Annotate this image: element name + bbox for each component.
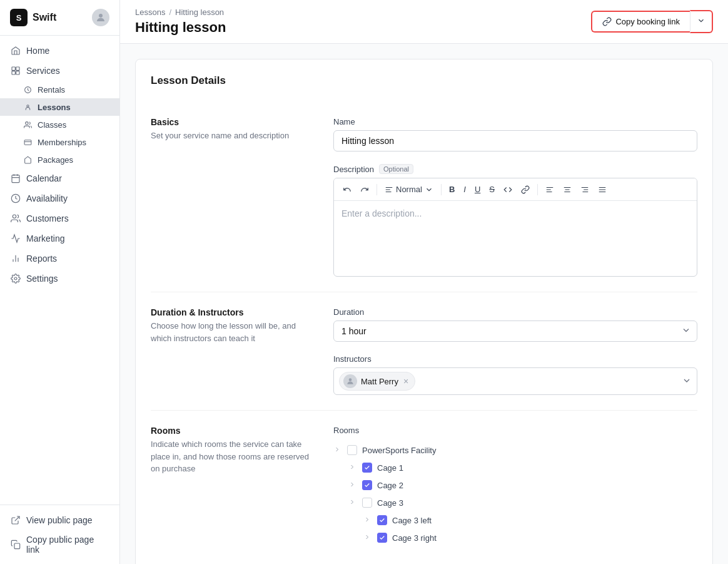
italic-button[interactable]: I (460, 182, 470, 197)
svg-rect-2 (16, 67, 19, 70)
sidebar-item-settings[interactable]: Settings (0, 269, 119, 289)
instructor-name: Matt Perry (361, 377, 398, 386)
svg-rect-4 (16, 71, 19, 74)
customers-icon (10, 213, 21, 224)
toolbar-sep-1 (377, 184, 377, 195)
sidebar-item-home-label: Home (26, 46, 49, 56)
sidebar-item-services[interactable]: Services (0, 61, 119, 81)
strikethrough-button[interactable]: S (485, 182, 498, 197)
room-cage3left-checkbox[interactable] (377, 515, 387, 525)
sidebar-item-copy-public[interactable]: Copy public page link (0, 530, 119, 559)
rentals-icon (23, 85, 33, 95)
room-cage3left-chevron[interactable] (363, 515, 372, 525)
basics-title: Basics (151, 117, 313, 127)
name-input[interactable] (333, 130, 697, 151)
logo-icon: S (10, 9, 28, 26)
sidebar-item-view-public-label: View public page (26, 515, 93, 525)
italic-label: I (463, 185, 466, 194)
room-cage1-checkbox[interactable] (362, 463, 372, 473)
align-left-icon (545, 185, 554, 194)
room-cage2-chevron[interactable] (348, 480, 357, 490)
header-actions: Copy booking link (591, 10, 713, 33)
instructor-chip: Matt Perry × (339, 372, 415, 391)
link-editor-button[interactable] (517, 183, 533, 197)
sidebar-item-reports[interactable]: Reports (0, 249, 119, 269)
underline-button[interactable]: U (471, 182, 484, 197)
align-center-button[interactable] (559, 183, 575, 197)
room-powersports: PowerSports Facility (333, 441, 697, 459)
room-powersports-name: PowerSports Facility (362, 446, 436, 455)
room-cage3-name: Cage 3 (377, 498, 403, 508)
room-powersports-chevron[interactable] (333, 445, 342, 455)
breadcrumb-lessons[interactable]: Lessons (135, 8, 165, 17)
align-right-button[interactable] (577, 183, 593, 197)
code-button[interactable] (500, 183, 516, 197)
copy-booking-button[interactable]: Copy booking link (591, 11, 690, 33)
sidebar-item-services-label: Services (26, 66, 60, 76)
sidebar-item-availability-label: Availability (26, 193, 68, 203)
format-select-button[interactable]: Normal (381, 182, 437, 197)
name-label: Name (333, 117, 697, 126)
sidebar-item-copy-public-label: Copy public page link (26, 535, 109, 555)
redo-button[interactable] (356, 183, 373, 197)
sidebar-item-lessons[interactable]: Lessons (0, 98, 119, 116)
sidebar-item-availability[interactable]: Availability (0, 188, 119, 208)
room-cage3right-chevron[interactable] (363, 533, 372, 543)
undo-button[interactable] (339, 183, 355, 197)
sidebar-item-marketing[interactable]: Marketing (0, 228, 119, 249)
availability-icon (10, 193, 21, 204)
basics-desc: Set your service name and description (151, 130, 313, 142)
sidebar-item-classes-label: Classes (38, 120, 66, 130)
calendar-icon (10, 173, 21, 184)
card-title: Lesson Details (151, 74, 697, 87)
svg-rect-9 (12, 175, 19, 183)
align-justify-button[interactable] (594, 183, 610, 197)
sidebar-item-packages[interactable]: Packages (0, 151, 119, 168)
classes-icon (23, 120, 33, 130)
optional-badge: Optional (379, 164, 413, 174)
description-body[interactable]: Enter a description... (334, 201, 697, 276)
home-icon (10, 45, 21, 56)
room-powersports-checkbox[interactable] (347, 445, 357, 455)
page-title: Hitting lesson (135, 19, 226, 36)
duration-section: Duration & Instructors Choose how long t… (151, 292, 697, 411)
instructor-remove-button[interactable]: × (403, 377, 408, 386)
rooms-title: Rooms (151, 426, 313, 436)
desc-label-row: Description Optional (333, 164, 697, 174)
sidebar-item-customers[interactable]: Customers (0, 208, 119, 228)
svg-rect-17 (14, 543, 20, 549)
marketing-icon (10, 233, 21, 244)
sidebar-item-view-public[interactable]: View public page (0, 510, 119, 530)
sidebar-item-memberships[interactable]: Memberships (0, 133, 119, 151)
bold-button[interactable]: B (445, 182, 458, 197)
duration-select[interactable]: 1 hour (333, 320, 697, 342)
breadcrumb: Lessons / Hitting lesson (135, 8, 226, 17)
sidebar-item-marketing-label: Marketing (26, 233, 64, 244)
svg-point-33 (349, 378, 352, 381)
avatar[interactable] (92, 9, 109, 26)
align-right-icon (580, 185, 589, 194)
sidebar-item-home[interactable]: Home (0, 41, 119, 61)
instructor-avatar (343, 374, 357, 388)
sidebar-item-rentals[interactable]: Rentals (0, 81, 119, 98)
align-left-button[interactable] (542, 183, 558, 197)
duration-right: Duration 1 hour Instructors (333, 307, 697, 395)
sidebar-item-reports-label: Reports (26, 254, 57, 264)
main-content: Lessons / Hitting lesson Hitting lesson … (120, 0, 728, 564)
room-cage2-checkbox[interactable] (362, 480, 372, 490)
instructors-select[interactable]: Matt Perry × (333, 367, 697, 395)
sidebar-item-calendar[interactable]: Calendar (0, 168, 119, 188)
copy-booking-dropdown-button[interactable] (690, 10, 713, 33)
room-cage1-name: Cage 1 (377, 463, 403, 473)
sidebar-item-calendar-label: Calendar (26, 173, 62, 183)
room-cage3-checkbox[interactable] (362, 498, 372, 508)
room-cage3right-checkbox[interactable] (377, 533, 387, 543)
svg-line-16 (15, 516, 19, 521)
sidebar-item-classes[interactable]: Classes (0, 116, 119, 133)
brand-name: Swift (33, 12, 56, 23)
room-cage3-chevron[interactable] (348, 498, 357, 508)
align-justify-icon (598, 185, 607, 194)
room-cage1-chevron[interactable] (348, 463, 357, 473)
room-cage3right-name: Cage 3 right (392, 533, 437, 543)
brand: S Swift (10, 9, 56, 26)
